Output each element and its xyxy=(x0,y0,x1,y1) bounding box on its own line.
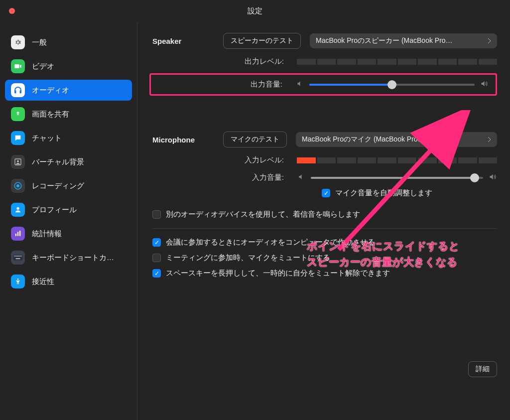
keyboard-icon xyxy=(11,251,25,265)
sidebar-item-virtual-background[interactable]: バーチャル背景 xyxy=(5,151,132,172)
speaker-section-header-row: Speaker スピーカーのテスト MacBook Proのスピーカー (Mac… xyxy=(152,33,497,49)
svg-rect-15 xyxy=(21,256,22,257)
audio-settings-panel: Speaker スピーカーのテスト MacBook Proのスピーカー (Mac… xyxy=(137,22,510,420)
checkbox-icon: ✓ xyxy=(152,269,161,278)
accessibility-icon xyxy=(11,275,25,288)
svg-rect-16 xyxy=(16,259,20,260)
svg-rect-13 xyxy=(19,256,20,257)
sidebar-item-general[interactable]: 一般 xyxy=(5,32,132,53)
join-audio-auto-label: 会議に参加するときにオーディオをコンピュータで作動させる xyxy=(166,238,375,247)
window-title: 設定 xyxy=(0,6,510,16)
sidebar-item-keyboard-shortcuts[interactable]: キーボードショートカ… xyxy=(5,247,132,268)
svg-rect-11 xyxy=(16,256,17,257)
sidebar-item-recording[interactable]: レコーディング xyxy=(5,175,132,196)
space-to-unmute-checkbox[interactable]: ✓ スペースキーを長押しして、一時的に自分をミュート解除できます xyxy=(152,269,497,278)
output-volume-highlight: 出力音量: xyxy=(149,73,497,96)
svg-rect-9 xyxy=(14,256,15,257)
profile-icon xyxy=(11,203,25,217)
sidebar-item-label: 統計情報 xyxy=(32,229,62,239)
svg-rect-12 xyxy=(17,256,18,257)
volume-low-icon xyxy=(297,173,306,182)
sidebar-item-accessibility[interactable]: 接近性 xyxy=(5,271,132,292)
svg-rect-14 xyxy=(20,256,21,257)
svg-rect-6 xyxy=(17,232,18,236)
input-volume-label: 入力音量: xyxy=(152,173,297,182)
sidebar-item-label: チャット xyxy=(32,134,62,143)
svg-point-17 xyxy=(17,279,19,280)
auto-adjust-mic-checkbox[interactable]: ✓ マイク音量を自動調整します xyxy=(322,188,497,198)
auto-adjust-mic-label: マイク音量を自動調整します xyxy=(335,188,432,198)
output-volume-label: 出力音量: xyxy=(151,80,295,89)
output-volume-slider[interactable] xyxy=(309,84,475,86)
sidebar-item-label: 接近性 xyxy=(32,277,54,286)
input-volume-slider[interactable] xyxy=(311,177,483,179)
volume-high-icon xyxy=(480,80,489,89)
output-level-row: 出力レベル: xyxy=(152,57,497,66)
speaker-header: Speaker xyxy=(152,37,214,45)
gear-icon xyxy=(11,35,25,49)
sidebar-item-label: レコーディング xyxy=(32,181,84,191)
join-audio-auto-checkbox[interactable]: ✓ 会議に参加するときにオーディオをコンピュータで作動させる xyxy=(152,238,497,247)
ringtone-separate-device-checkbox[interactable]: 別のオーディオデバイスを使用して、着信音を鳴らします xyxy=(152,210,497,219)
svg-point-3 xyxy=(16,184,19,187)
checkbox-icon: ✓ xyxy=(152,238,161,247)
input-level-meter xyxy=(297,157,497,163)
mute-on-join-checkbox[interactable]: ミーティングに参加時、マイクをミュートにする xyxy=(152,253,497,263)
output-level-label: 出力レベル: xyxy=(152,57,297,66)
speaker-device-select[interactable]: MacBook Proのスピーカー (MacBook Pro… xyxy=(310,33,497,48)
svg-point-4 xyxy=(16,207,19,210)
close-window-button[interactable] xyxy=(9,8,15,14)
headphones-icon xyxy=(11,83,25,97)
sidebar: 一般 ビデオ オーディオ 画面を共有 チャット バーチャル背景 レコーディング xyxy=(0,22,137,420)
sidebar-item-label: バーチャル背景 xyxy=(32,157,84,167)
svg-point-1 xyxy=(17,160,19,162)
sidebar-item-label: オーディオ xyxy=(32,86,69,95)
microphone-header: Microphone xyxy=(152,136,214,144)
input-volume-row: 入力音量: xyxy=(152,173,497,182)
svg-rect-10 xyxy=(15,256,16,257)
speaker-test-button[interactable]: スピーカーのテスト xyxy=(223,33,301,49)
sidebar-item-video[interactable]: ビデオ xyxy=(5,56,132,77)
checkbox-icon: ✓ xyxy=(322,189,330,197)
input-level-row: 入力レベル: xyxy=(152,155,497,165)
sidebar-item-profile[interactable]: プロフィール xyxy=(5,199,132,220)
input-level-label: 入力レベル: xyxy=(152,155,297,165)
divider xyxy=(152,228,497,229)
sidebar-item-label: 画面を共有 xyxy=(32,110,69,119)
svg-rect-7 xyxy=(19,231,20,236)
advanced-button[interactable]: 詳細 xyxy=(468,361,497,377)
stats-icon xyxy=(11,227,25,241)
sidebar-item-label: キーボードショートカ… xyxy=(32,253,114,263)
sidebar-item-label: ビデオ xyxy=(32,62,54,71)
sidebar-item-audio[interactable]: オーディオ xyxy=(5,80,132,101)
volume-low-icon xyxy=(295,80,304,89)
mute-on-join-label: ミーティングに参加時、マイクをミュートにする xyxy=(166,253,330,263)
virtual-background-icon xyxy=(11,155,25,169)
checkbox-icon xyxy=(152,210,161,219)
microphone-section-header-row: Microphone マイクのテスト MacBook Proのマイク (MacB… xyxy=(152,132,497,147)
sidebar-item-label: プロフィール xyxy=(32,205,77,215)
volume-high-icon xyxy=(488,173,497,182)
space-to-unmute-label: スペースキーを長押しして、一時的に自分をミュート解除できます xyxy=(166,269,390,278)
sidebar-item-label: 一般 xyxy=(32,38,47,47)
share-screen-icon xyxy=(11,107,25,121)
chat-icon xyxy=(11,131,25,145)
svg-rect-5 xyxy=(15,234,16,236)
output-level-meter xyxy=(297,59,497,65)
record-icon xyxy=(11,179,25,193)
microphone-device-select[interactable]: MacBook Proのマイク (MacBook Proのマ… xyxy=(296,132,497,147)
sidebar-item-statistics[interactable]: 統計情報 xyxy=(5,223,132,244)
titlebar: 設定 xyxy=(0,0,510,22)
sidebar-item-chat[interactable]: チャット xyxy=(5,128,132,148)
microphone-test-button[interactable]: マイクのテスト xyxy=(223,132,287,147)
video-camera-icon xyxy=(11,59,25,73)
checkbox-icon xyxy=(152,254,161,262)
ringtone-separate-device-label: 別のオーディオデバイスを使用して、着信音を鳴らします xyxy=(166,210,360,219)
sidebar-item-share-screen[interactable]: 画面を共有 xyxy=(5,104,132,125)
